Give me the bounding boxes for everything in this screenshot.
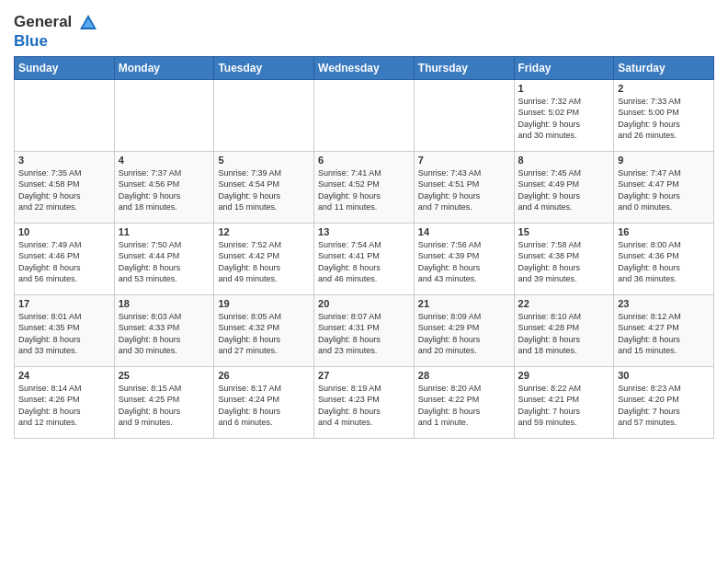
day-number: 14 — [418, 226, 510, 237]
day-header-sunday: Sunday — [15, 56, 115, 79]
day-cell: 7Sunrise: 7:43 AM Sunset: 4:51 PM Daylig… — [414, 151, 514, 223]
day-cell: 27Sunrise: 8:19 AM Sunset: 4:23 PM Dayli… — [314, 366, 415, 438]
calendar-table: SundayMondayTuesdayWednesdayThursdayFrid… — [14, 56, 714, 439]
day-number: 2 — [618, 83, 710, 94]
day-info: Sunrise: 8:15 AM Sunset: 4:25 PM Dayligh… — [119, 383, 210, 429]
day-info: Sunrise: 8:10 AM Sunset: 4:28 PM Dayligh… — [518, 311, 610, 357]
day-cell: 4Sunrise: 7:37 AM Sunset: 4:56 PM Daylig… — [114, 151, 214, 223]
day-number: 8 — [518, 155, 610, 166]
day-info: Sunrise: 8:09 AM Sunset: 4:29 PM Dayligh… — [418, 311, 510, 357]
day-number: 13 — [318, 226, 410, 237]
day-cell: 30Sunrise: 8:23 AM Sunset: 4:20 PM Dayli… — [614, 366, 714, 438]
day-cell: 25Sunrise: 8:15 AM Sunset: 4:25 PM Dayli… — [114, 366, 214, 438]
day-info: Sunrise: 7:50 AM Sunset: 4:44 PM Dayligh… — [119, 239, 210, 285]
day-cell: 16Sunrise: 8:00 AM Sunset: 4:36 PM Dayli… — [614, 223, 714, 294]
day-header-thursday: Thursday — [414, 56, 514, 79]
day-info: Sunrise: 7:47 AM Sunset: 4:47 PM Dayligh… — [618, 167, 710, 213]
day-cell: 26Sunrise: 8:17 AM Sunset: 4:24 PM Dayli… — [214, 366, 314, 438]
day-info: Sunrise: 8:17 AM Sunset: 4:24 PM Dayligh… — [218, 383, 310, 429]
day-info: Sunrise: 7:43 AM Sunset: 4:51 PM Dayligh… — [418, 167, 510, 213]
day-info: Sunrise: 7:54 AM Sunset: 4:41 PM Dayligh… — [318, 239, 410, 285]
day-info: Sunrise: 8:14 AM Sunset: 4:26 PM Dayligh… — [18, 383, 110, 429]
day-header-friday: Friday — [514, 56, 614, 79]
week-row-5: 24Sunrise: 8:14 AM Sunset: 4:26 PM Dayli… — [15, 366, 714, 438]
day-cell: 28Sunrise: 8:20 AM Sunset: 4:22 PM Dayli… — [414, 366, 514, 438]
day-cell: 2Sunrise: 7:33 AM Sunset: 5:00 PM Daylig… — [614, 79, 714, 151]
day-info: Sunrise: 8:19 AM Sunset: 4:23 PM Dayligh… — [318, 383, 410, 429]
day-cell: 17Sunrise: 8:01 AM Sunset: 4:35 PM Dayli… — [15, 294, 115, 366]
day-info: Sunrise: 7:32 AM Sunset: 5:02 PM Dayligh… — [518, 96, 610, 142]
day-cell — [314, 79, 415, 151]
day-cell: 8Sunrise: 7:45 AM Sunset: 4:49 PM Daylig… — [514, 151, 614, 223]
day-number: 24 — [18, 370, 110, 381]
day-number: 7 — [418, 155, 510, 166]
day-cell: 13Sunrise: 7:54 AM Sunset: 4:41 PM Dayli… — [314, 223, 415, 294]
day-number: 30 — [618, 370, 710, 381]
day-info: Sunrise: 8:03 AM Sunset: 4:33 PM Dayligh… — [119, 311, 210, 357]
logo: General Blue — [14, 13, 98, 51]
header: General Blue — [14, 9, 714, 51]
day-cell: 6Sunrise: 7:41 AM Sunset: 4:52 PM Daylig… — [314, 151, 415, 223]
day-number: 22 — [518, 298, 610, 309]
day-info: Sunrise: 7:52 AM Sunset: 4:42 PM Dayligh… — [218, 239, 310, 285]
day-cell: 12Sunrise: 7:52 AM Sunset: 4:42 PM Dayli… — [214, 223, 314, 294]
week-row-4: 17Sunrise: 8:01 AM Sunset: 4:35 PM Dayli… — [15, 294, 714, 366]
day-cell: 10Sunrise: 7:49 AM Sunset: 4:46 PM Dayli… — [15, 223, 115, 294]
day-cell: 1Sunrise: 7:32 AM Sunset: 5:02 PM Daylig… — [514, 79, 614, 151]
day-info: Sunrise: 7:49 AM Sunset: 4:46 PM Dayligh… — [18, 239, 110, 285]
day-cell: 21Sunrise: 8:09 AM Sunset: 4:29 PM Dayli… — [414, 294, 514, 366]
day-number: 5 — [218, 155, 310, 166]
day-info: Sunrise: 7:37 AM Sunset: 4:56 PM Dayligh… — [119, 167, 210, 213]
day-number: 4 — [119, 155, 210, 166]
day-cell: 18Sunrise: 8:03 AM Sunset: 4:33 PM Dayli… — [114, 294, 214, 366]
day-number: 1 — [518, 83, 610, 94]
day-number: 17 — [18, 298, 110, 309]
week-row-3: 10Sunrise: 7:49 AM Sunset: 4:46 PM Dayli… — [15, 223, 714, 294]
day-cell: 19Sunrise: 8:05 AM Sunset: 4:32 PM Dayli… — [214, 294, 314, 366]
day-cell: 14Sunrise: 7:56 AM Sunset: 4:39 PM Dayli… — [414, 223, 514, 294]
days-header-row: SundayMondayTuesdayWednesdayThursdayFrid… — [15, 56, 714, 79]
day-info: Sunrise: 8:01 AM Sunset: 4:35 PM Dayligh… — [18, 311, 110, 357]
day-cell: 24Sunrise: 8:14 AM Sunset: 4:26 PM Dayli… — [15, 366, 115, 438]
day-header-monday: Monday — [114, 56, 214, 79]
day-info: Sunrise: 7:58 AM Sunset: 4:38 PM Dayligh… — [518, 239, 610, 285]
day-number: 28 — [418, 370, 510, 381]
day-number: 9 — [618, 155, 710, 166]
day-number: 3 — [18, 155, 110, 166]
calendar-page: General Blue SundayMondayTuesdayWednesda… — [0, 0, 728, 563]
day-info: Sunrise: 8:22 AM Sunset: 4:21 PM Dayligh… — [518, 383, 610, 429]
day-cell: 5Sunrise: 7:39 AM Sunset: 4:54 PM Daylig… — [214, 151, 314, 223]
day-number: 27 — [318, 370, 410, 381]
day-info: Sunrise: 7:35 AM Sunset: 4:58 PM Dayligh… — [18, 167, 110, 213]
day-header-tuesday: Tuesday — [214, 56, 314, 79]
day-info: Sunrise: 8:05 AM Sunset: 4:32 PM Dayligh… — [218, 311, 310, 357]
day-cell: 15Sunrise: 7:58 AM Sunset: 4:38 PM Dayli… — [514, 223, 614, 294]
day-cell — [414, 79, 514, 151]
logo-icon — [78, 13, 98, 33]
day-info: Sunrise: 7:41 AM Sunset: 4:52 PM Dayligh… — [318, 167, 410, 213]
day-cell — [114, 79, 214, 151]
day-info: Sunrise: 7:39 AM Sunset: 4:54 PM Dayligh… — [218, 167, 310, 213]
day-number: 11 — [119, 226, 210, 237]
day-number: 6 — [318, 155, 410, 166]
day-info: Sunrise: 8:00 AM Sunset: 4:36 PM Dayligh… — [618, 239, 710, 285]
day-info: Sunrise: 8:12 AM Sunset: 4:27 PM Dayligh… — [618, 311, 710, 357]
day-number: 21 — [418, 298, 510, 309]
day-number: 29 — [518, 370, 610, 381]
day-cell — [214, 79, 314, 151]
day-number: 15 — [518, 226, 610, 237]
day-info: Sunrise: 8:23 AM Sunset: 4:20 PM Dayligh… — [618, 383, 710, 429]
day-number: 16 — [618, 226, 710, 237]
day-cell: 11Sunrise: 7:50 AM Sunset: 4:44 PM Dayli… — [114, 223, 214, 294]
week-row-2: 3Sunrise: 7:35 AM Sunset: 4:58 PM Daylig… — [15, 151, 714, 223]
day-number: 19 — [218, 298, 310, 309]
day-number: 26 — [218, 370, 310, 381]
day-cell: 3Sunrise: 7:35 AM Sunset: 4:58 PM Daylig… — [15, 151, 115, 223]
day-number: 20 — [318, 298, 410, 309]
day-number: 23 — [618, 298, 710, 309]
day-cell: 20Sunrise: 8:07 AM Sunset: 4:31 PM Dayli… — [314, 294, 415, 366]
day-header-wednesday: Wednesday — [314, 56, 415, 79]
day-cell: 23Sunrise: 8:12 AM Sunset: 4:27 PM Dayli… — [614, 294, 714, 366]
day-number: 12 — [218, 226, 310, 237]
logo-text: General Blue — [14, 13, 98, 51]
